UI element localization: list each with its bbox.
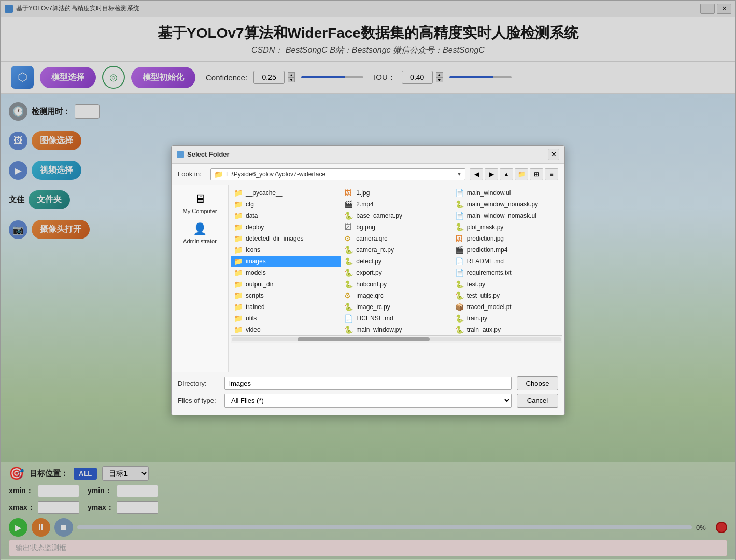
file-train-py[interactable]: 🐍 train.py <box>452 313 562 324</box>
files-type-label: Files of type: <box>178 397 219 404</box>
folder-name: detected_dir_images <box>246 235 303 242</box>
folder-detected-dir[interactable]: 📁 detected_dir_images <box>231 233 341 244</box>
file-test-py[interactable]: 🐍 test.py <box>452 278 562 290</box>
files-panel[interactable]: 📁 __pycache__ 🖼 1.jpg 📄 main_window.ui <box>229 185 564 372</box>
file-name: image.qrc <box>356 292 384 299</box>
nav-up-button[interactable]: ▲ <box>500 168 513 180</box>
shortcuts-panel: 🖥 My Computer 👤 Administrator <box>172 185 229 372</box>
folder-utils[interactable]: 📁 utils <box>231 313 341 324</box>
nav-view-details-button[interactable]: ≡ <box>545 168 558 180</box>
file-main-window-nomask-py[interactable]: 🐍 main_window_nomask.py <box>452 199 562 210</box>
folder-name: video <box>246 326 261 333</box>
files-type-row: Files of type: All Files (*) Cancel <box>178 394 558 408</box>
py-file-icon: 🐍 <box>344 303 353 311</box>
dialog-close-button[interactable]: ✕ <box>548 149 559 160</box>
folder-data[interactable]: 📁 data <box>231 210 341 221</box>
directory-label: Directory: <box>178 380 219 387</box>
file-name: detect.py <box>356 258 381 265</box>
nav-new-folder-button[interactable]: 📁 <box>515 168 528 180</box>
file-main-window-ui[interactable]: 📄 main_window.ui <box>452 187 562 199</box>
dialog-body: 🖥 My Computer 👤 Administrator <box>172 185 564 372</box>
my-computer-icon: 🖥 <box>194 192 206 206</box>
folder-icon: 📁 <box>234 234 243 243</box>
file-name: hubconf.py <box>356 281 387 288</box>
file-name: prediction.jpg <box>467 235 504 242</box>
folder-models[interactable]: 📁 models <box>231 267 341 278</box>
dialog-overlay: Select Folder ✕ Look in: 📁 E:\Pyside6_yo… <box>1 1 735 559</box>
video-file-icon: 🎬 <box>455 246 464 254</box>
folder-scripts[interactable]: 📁 scripts <box>231 290 341 301</box>
file-train-aux-py[interactable]: 🐍 train_aux.py <box>452 324 562 335</box>
folder-output-dir[interactable]: 📁 output_dir <box>231 278 341 290</box>
file-traced-model-pt[interactable]: 📦 traced_model.pt <box>452 301 562 313</box>
file-name: train.py <box>467 315 487 322</box>
look-in-dropdown-arrow[interactable]: ▼ <box>457 171 462 177</box>
folder-trained[interactable]: 📁 trained <box>231 301 341 313</box>
dialog-bottom: Directory: images Choose Files of type: … <box>172 372 564 415</box>
folder-pycache[interactable]: 📁 __pycache__ <box>231 187 341 199</box>
files-type-select[interactable]: All Files (*) <box>224 394 512 408</box>
choose-button[interactable]: Choose <box>517 376 558 390</box>
look-in-combo[interactable]: 📁 E:\Pyside6_yolov7\yolov7-widerface ▼ <box>210 168 465 180</box>
file-readme-md[interactable]: 📄 README.md <box>452 256 562 267</box>
folder-icon: 📁 <box>234 303 243 311</box>
file-main-window-nomask-ui[interactable]: 📄 main_window_nomask.ui <box>452 210 562 221</box>
nav-forward-button[interactable]: ▶ <box>485 168 498 180</box>
file-name: camera_rc.py <box>356 246 394 254</box>
file-camera-rc-py[interactable]: 🐍 camera_rc.py <box>341 244 451 256</box>
file-license-md[interactable]: 📄 LICENSE.md <box>341 313 451 324</box>
file-image-rc-py[interactable]: 🐍 image_rc.py <box>341 301 451 313</box>
py-file-icon: 🐍 <box>455 291 464 300</box>
file-bg-png[interactable]: 🖼 bg.png <box>341 221 451 233</box>
nav-view-list-button[interactable]: ⊞ <box>530 168 543 180</box>
file-prediction-jpg[interactable]: 🖼 prediction.jpg <box>452 233 562 244</box>
md-file-icon: 📄 <box>344 314 353 323</box>
scrollbar-track <box>232 337 561 341</box>
folder-cfg[interactable]: 📁 cfg <box>231 199 341 210</box>
app-content: 基于YOLOv7算法和WiderFace数据集的高精度实时人脸检测系统 CSDN… <box>1 17 735 560</box>
folder-name: models <box>246 269 266 276</box>
folder-deploy[interactable]: 📁 deploy <box>231 221 341 233</box>
file-detect-py[interactable]: 🐍 detect.py <box>341 256 451 267</box>
my-computer-shortcut[interactable]: 🖥 My Computer <box>174 189 226 217</box>
folder-images[interactable]: 📁 images <box>231 256 341 267</box>
file-name: traced_model.pt <box>467 303 512 311</box>
administrator-shortcut[interactable]: 👤 Administrator <box>174 219 226 247</box>
file-export-py[interactable]: 🐍 export.py <box>341 267 451 278</box>
file-requirements-txt[interactable]: 📄 requirements.txt <box>452 267 562 278</box>
file-image-qrc[interactable]: ⚙ image.qrc <box>341 290 451 301</box>
file-main-window-py[interactable]: 🐍 main_window.py <box>341 324 451 335</box>
nav-back-button[interactable]: ◀ <box>470 168 483 180</box>
file-name: plot_mask.py <box>467 223 504 231</box>
folder-video[interactable]: 📁 video <box>231 324 341 335</box>
administrator-icon: 👤 <box>193 222 207 236</box>
file-2mp4[interactable]: 🎬 2.mp4 <box>341 199 451 210</box>
cancel-button[interactable]: Cancel <box>517 394 558 408</box>
file-hubconf-py[interactable]: 🐍 hubconf.py <box>341 278 451 290</box>
folder-icon: 📁 <box>234 280 243 288</box>
file-1jpg[interactable]: 🖼 1.jpg <box>341 187 451 199</box>
look-in-path: E:\Pyside6_yolov7\yolov7-widerface <box>226 171 454 178</box>
file-name: main_window.ui <box>467 189 511 197</box>
qrc-file-icon: ⚙ <box>344 234 353 243</box>
folder-icons[interactable]: 📁 icons <box>231 244 341 256</box>
folder-icon: 📁 <box>234 326 243 334</box>
file-name: 2.mp4 <box>356 201 373 208</box>
file-plot-mask-py[interactable]: 🐍 plot_mask.py <box>452 221 562 233</box>
folder-name: utils <box>246 315 257 322</box>
file-name: main_window_nomask.ui <box>467 212 536 219</box>
horizontal-scrollbar[interactable] <box>231 335 562 343</box>
folder-name: output_dir <box>246 281 273 288</box>
my-computer-label: My Computer <box>182 208 217 214</box>
file-prediction-mp4[interactable]: 🎬 prediction.mp4 <box>452 244 562 256</box>
qrc-file-icon: ⚙ <box>344 291 353 300</box>
scrollbar-thumb[interactable] <box>298 337 429 341</box>
folder-name: cfg <box>246 201 254 208</box>
file-base-camera-py[interactable]: 🐍 base_camera.py <box>341 210 451 221</box>
folder-icon: 📁 <box>234 257 243 265</box>
folder-icon: 📁 <box>234 189 243 197</box>
directory-input[interactable]: images <box>224 377 512 390</box>
folder-icon: 📁 <box>234 212 243 220</box>
file-camera-qrc[interactable]: ⚙ camera.qrc <box>341 233 451 244</box>
file-test-utils-py[interactable]: 🐍 test_utils.py <box>452 290 562 301</box>
